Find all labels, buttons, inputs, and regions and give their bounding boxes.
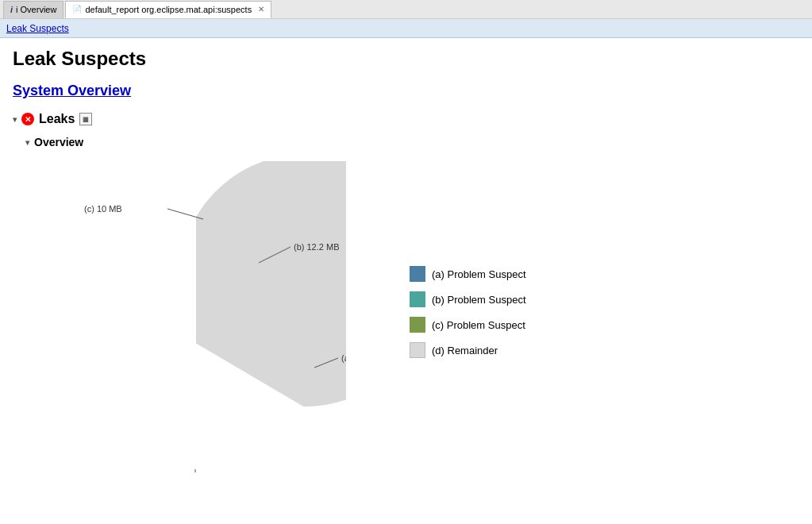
legend-label-b: (b) Problem Suspect	[432, 294, 526, 306]
legend-color-d	[410, 342, 425, 358]
tab-close-icon[interactable]: ✕	[258, 5, 264, 13]
system-overview-link[interactable]: System Overview	[13, 83, 131, 99]
info-icon: i	[10, 5, 13, 14]
overview-section-label: Overview	[34, 136, 83, 148]
legend-color-a	[410, 266, 425, 282]
legend: (a) Problem Suspect (b) Problem Suspect …	[410, 266, 526, 358]
legend-label-d: (d) Remainder	[432, 345, 498, 356]
pie-slice-d	[195, 161, 346, 407]
leaks-section-header: ▾ ✕ Leaks ▦	[13, 112, 799, 126]
legend-item-c: (c) Problem Suspect	[410, 317, 526, 333]
content-area: Leak Suspects System Overview ▾ ✕ Leaks …	[0, 38, 812, 472]
legend-label-c: (c) Problem Suspect	[432, 319, 525, 331]
report-icon: 📄	[72, 5, 82, 13]
leaks-section-label: Leaks	[39, 112, 75, 126]
legend-item-b: (b) Problem Suspect	[410, 291, 526, 307]
overview-chevron-icon[interactable]: ▾	[25, 138, 29, 147]
chart-label-c: (c) 10 MB	[84, 204, 122, 214]
chart-container: (b) 12.2 MB (a) 14 MB (c) 10 MB (d) 62.1…	[44, 161, 799, 463]
legend-color-b	[410, 291, 425, 307]
legend-item-d: (d) Remainder	[410, 342, 526, 358]
tab-overview[interactable]: i i Overview	[3, 1, 63, 18]
legend-item-a: (a) Problem Suspect	[410, 266, 526, 282]
pie-chart-svg: (b) 12.2 MB (a) 14 MB (c) 10 MB (d) 62.1…	[44, 161, 346, 472]
chart-label-b: (b) 12.2 MB	[294, 242, 339, 252]
chart-label-a: (a) 14 MB	[341, 353, 346, 363]
breadcrumb-bar: Leak Suspects	[0, 19, 812, 38]
tab-suspects-label: default_report org.eclipse.mat.api:suspe…	[85, 5, 252, 14]
legend-color-c	[410, 317, 425, 333]
table-icon[interactable]: ▦	[79, 113, 92, 125]
leaks-chevron-icon[interactable]: ▾	[13, 115, 17, 124]
tab-overview-label: i Overview	[16, 5, 56, 14]
overview-section-header: ▾ Overview	[25, 136, 799, 148]
tab-bar: i i Overview 📄 default_report org.eclips…	[0, 0, 812, 19]
page-title: Leak Suspects	[13, 48, 799, 70]
tab-suspects[interactable]: 📄 default_report org.eclipse.mat.api:sus…	[65, 1, 271, 18]
breadcrumb-link[interactable]: Leak Suspects	[6, 23, 69, 34]
error-icon: ✕	[21, 113, 34, 125]
legend-label-a: (a) Problem Suspect	[432, 268, 526, 280]
pie-chart: (b) 12.2 MB (a) 14 MB (c) 10 MB (d) 62.1…	[44, 161, 346, 463]
